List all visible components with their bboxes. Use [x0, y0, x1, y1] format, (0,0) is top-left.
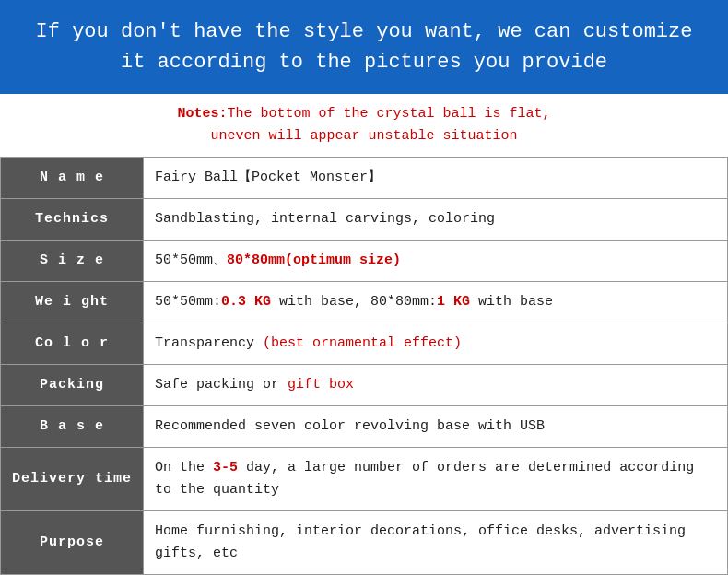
- value-packing: Safe packing or gift box: [144, 365, 728, 406]
- header-line1: If you don't have the style you want, we…: [18, 17, 710, 47]
- label-size: S i z e: [1, 241, 144, 282]
- label-packing: Packing: [1, 365, 144, 406]
- table-row-weight: We i ght 50*50mm:0.3 KG with base, 80*80…: [1, 282, 728, 323]
- value-color: Transparency (best ornamental effect): [144, 323, 728, 365]
- notes-label: Notes:: [177, 106, 227, 122]
- value-delivery: On the 3-5 day, a large number of orders…: [144, 448, 728, 511]
- info-table: N a m e Fairy Ball【Pocket Monster】 Techn…: [0, 157, 728, 575]
- table-row-name: N a m e Fairy Ball【Pocket Monster】: [1, 158, 728, 199]
- table-row-technics: Technics Sandblasting, internal carvings…: [1, 199, 728, 241]
- weight-highlight1: 0.3 KG: [221, 294, 271, 310]
- table-row-color: Co l o r Transparency (best ornamental e…: [1, 323, 728, 365]
- color-highlight: (best ornamental effect): [263, 335, 462, 351]
- table-row-size: S i z e 50*50mm、80*80mm(optimum size): [1, 241, 728, 282]
- value-purpose: Home furnishing, interior decorations, o…: [144, 511, 728, 575]
- value-base: Recommended seven color revolving base w…: [144, 406, 728, 448]
- delivery-highlight: 3-5: [213, 460, 238, 475]
- label-name: N a m e: [1, 158, 144, 199]
- label-purpose: Purpose: [1, 511, 144, 575]
- table-row-purpose: Purpose Home furnishing, interior decora…: [1, 511, 728, 575]
- header-line2: it according to the pictures you provide: [18, 47, 710, 77]
- table-row-packing: Packing Safe packing or gift box: [1, 365, 728, 406]
- notes-section: Notes:The bottom of the crystal ball is …: [0, 94, 728, 157]
- notes-text1: The bottom of the crystal ball is flat,: [227, 106, 550, 122]
- value-weight: 50*50mm:0.3 KG with base, 80*80mm:1 KG w…: [144, 282, 728, 323]
- label-delivery: Delivery time: [1, 448, 144, 511]
- page-wrapper: If you don't have the style you want, we…: [0, 0, 728, 575]
- label-technics: Technics: [1, 199, 144, 241]
- notes-line2: uneven will appear unstable situation: [18, 125, 710, 147]
- value-size: 50*50mm、80*80mm(optimum size): [144, 241, 728, 282]
- label-base: B a s e: [1, 406, 144, 448]
- value-technics: Sandblasting, internal carvings, colorin…: [144, 199, 728, 241]
- notes-line1: Notes:The bottom of the crystal ball is …: [18, 103, 710, 125]
- packing-highlight: gift box: [288, 377, 354, 393]
- label-color: Co l o r: [1, 323, 144, 365]
- label-weight: We i ght: [1, 282, 144, 323]
- header-banner: If you don't have the style you want, we…: [0, 0, 728, 94]
- value-name: Fairy Ball【Pocket Monster】: [144, 158, 728, 199]
- table-row-delivery: Delivery time On the 3-5 day, a large nu…: [1, 448, 728, 511]
- size-highlight: 80*80mm(optimum size): [227, 252, 401, 268]
- weight-highlight2: 1 KG: [437, 294, 470, 310]
- table-row-base: B a s e Recommended seven color revolvin…: [1, 406, 728, 448]
